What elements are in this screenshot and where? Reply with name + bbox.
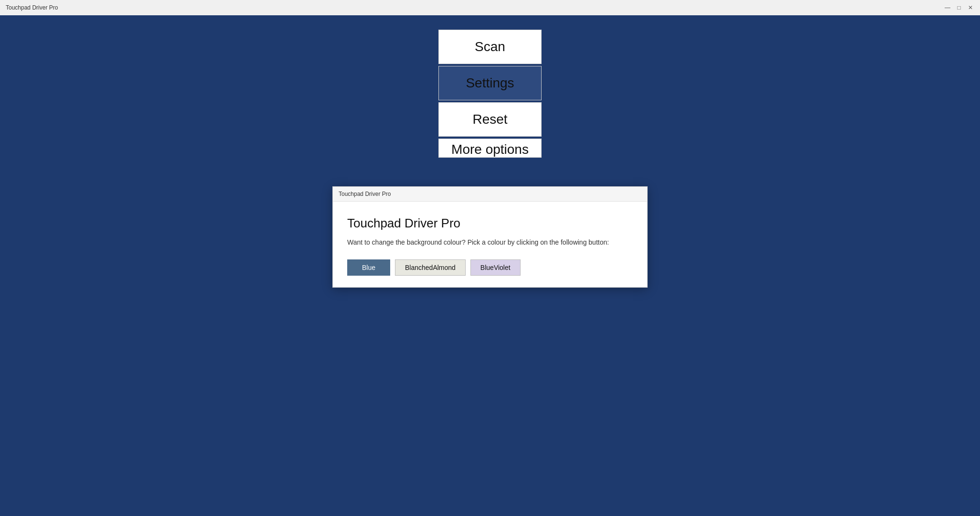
dialog: Touchpad Driver Pro Touchpad Driver Pro …: [332, 186, 648, 288]
more-options-button[interactable]: More options: [438, 139, 542, 158]
blue-button[interactable]: Blue: [347, 259, 390, 276]
window-controls: — □ ✕: [944, 4, 974, 11]
background-buttons: Scan Settings Reset More options: [438, 30, 542, 160]
blue-violet-button[interactable]: BlueViolet: [470, 259, 521, 276]
dialog-heading: Touchpad Driver Pro: [347, 216, 633, 231]
dialog-title: Touchpad Driver Pro: [339, 191, 391, 197]
window-title: Touchpad Driver Pro: [6, 4, 58, 11]
dialog-buttons: Blue BlanchedAlmond BlueViolet: [347, 259, 633, 276]
minimize-button[interactable]: —: [944, 4, 951, 11]
dialog-body: Touchpad Driver Pro Want to change the b…: [333, 202, 647, 287]
close-button[interactable]: ✕: [967, 4, 974, 11]
title-bar: Touchpad Driver Pro — □ ✕: [0, 0, 980, 15]
maximize-button[interactable]: □: [955, 4, 963, 11]
blanched-almond-button[interactable]: BlanchedAlmond: [395, 259, 466, 276]
settings-button[interactable]: Settings: [438, 66, 542, 100]
dialog-title-bar: Touchpad Driver Pro: [333, 187, 647, 202]
dialog-message: Want to change the background colour? Pi…: [347, 238, 633, 246]
scan-button[interactable]: Scan: [438, 30, 542, 64]
reset-button[interactable]: Reset: [438, 102, 542, 137]
